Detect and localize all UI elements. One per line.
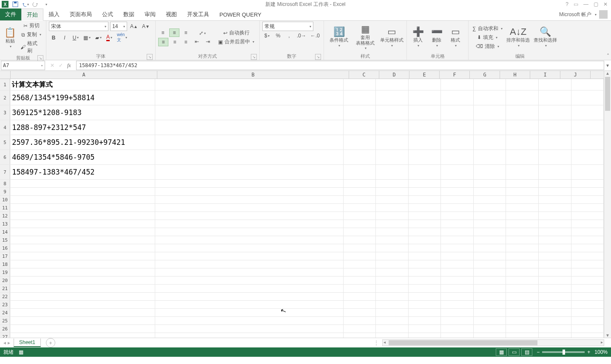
redo-icon[interactable]	[32, 1, 39, 8]
cell[interactable]	[506, 333, 539, 338]
sheet-nav-next-icon[interactable]: ▸	[8, 340, 10, 346]
page-layout-view-button[interactable]: ▭	[509, 348, 520, 356]
cell[interactable]	[571, 260, 604, 268]
cell[interactable]	[441, 277, 474, 284]
cell[interactable]	[10, 268, 155, 276]
sort-filter-button[interactable]: A↓Z排序和筛选▾	[506, 27, 531, 47]
column-header[interactable]: C	[349, 71, 379, 79]
cell[interactable]	[155, 293, 344, 300]
cell[interactable]	[441, 236, 474, 244]
cell[interactable]	[571, 220, 604, 228]
cell[interactable]	[10, 188, 155, 195]
undo-icon[interactable]: ▾	[22, 1, 29, 8]
cell[interactable]	[571, 228, 604, 236]
cell[interactable]	[441, 252, 474, 260]
insert-cells-button[interactable]: ➕插入▾	[409, 27, 426, 47]
row-header[interactable]: 7	[0, 165, 10, 179]
decrease-decimal-button[interactable]: ←.0	[309, 32, 321, 40]
cell[interactable]	[474, 252, 506, 260]
cell[interactable]	[10, 180, 155, 187]
cell[interactable]	[506, 301, 539, 308]
enter-formula-icon[interactable]: ✓	[59, 62, 63, 68]
column-header[interactable]: G	[470, 71, 500, 79]
cell[interactable]	[376, 252, 409, 260]
cell[interactable]	[506, 252, 539, 260]
row-header[interactable]: 17	[0, 252, 10, 260]
row-header[interactable]: 23	[0, 301, 10, 308]
cell[interactable]	[539, 220, 571, 228]
cell[interactable]	[474, 293, 506, 300]
cell[interactable]	[376, 309, 409, 316]
cancel-formula-icon[interactable]: ✕	[50, 62, 54, 68]
phonetic-button[interactable]: wén文▾	[116, 32, 128, 43]
cell[interactable]	[441, 212, 474, 220]
cell[interactable]	[344, 309, 376, 316]
sheet-nav-prev-icon[interactable]: ◂	[3, 340, 6, 346]
cell[interactable]	[10, 260, 155, 268]
cell[interactable]	[474, 228, 506, 236]
cell[interactable]	[10, 212, 155, 220]
row-header[interactable]: 18	[0, 260, 10, 268]
cell[interactable]	[376, 277, 409, 284]
cell[interactable]	[155, 165, 344, 179]
cell[interactable]	[571, 204, 604, 212]
avatar[interactable]	[599, 10, 608, 19]
cell[interactable]	[506, 135, 539, 150]
zoom-knob[interactable]	[563, 350, 565, 355]
cell[interactable]	[571, 188, 604, 195]
cell[interactable]	[409, 204, 441, 212]
cell[interactable]	[571, 165, 604, 179]
align-center-button[interactable]: ≡	[170, 38, 179, 46]
scroll-up-icon[interactable]: ▲	[604, 71, 611, 76]
cell[interactable]	[539, 204, 571, 212]
cell[interactable]	[506, 309, 539, 316]
cell[interactable]	[441, 150, 474, 164]
cell[interactable]	[474, 135, 506, 150]
horizontal-scrollbar[interactable]: ◂ ▸	[382, 339, 604, 346]
scroll-thumb[interactable]	[605, 77, 610, 111]
cell[interactable]	[376, 285, 409, 292]
cell[interactable]	[10, 309, 155, 316]
font-color-button[interactable]: A▾	[105, 34, 114, 42]
cell[interactable]	[155, 135, 344, 150]
cell[interactable]	[344, 188, 376, 195]
tab-file[interactable]: 文件	[0, 8, 21, 20]
tab-power-query[interactable]: POWER QUERY	[214, 8, 267, 20]
cell[interactable]	[155, 236, 344, 244]
cell[interactable]	[344, 135, 376, 150]
number-format-select[interactable]: 常规▾	[262, 22, 313, 31]
ribbon-display-icon[interactable]: ▭	[574, 1, 578, 7]
vertical-scrollbar[interactable]: ▲ ▼	[604, 71, 611, 338]
cell[interactable]	[571, 309, 604, 316]
cell[interactable]	[344, 165, 376, 179]
expand-formula-bar-icon[interactable]: ▾	[604, 62, 611, 68]
cell[interactable]	[376, 204, 409, 212]
cell[interactable]	[539, 150, 571, 164]
cell[interactable]	[10, 301, 155, 308]
cell[interactable]	[409, 180, 441, 187]
cell[interactable]	[344, 236, 376, 244]
column-header[interactable]: E	[409, 71, 440, 79]
find-select-button[interactable]: 🔍查找和选择▾	[533, 27, 558, 47]
cell[interactable]	[474, 260, 506, 268]
cell[interactable]	[539, 293, 571, 300]
cell[interactable]	[571, 180, 604, 187]
cell[interactable]	[409, 105, 441, 120]
cell[interactable]	[409, 236, 441, 244]
cell[interactable]	[474, 165, 506, 179]
merge-center-button[interactable]: ▣合并后居中▾	[217, 38, 256, 46]
formula-input[interactable]: 158497-1383*467/452	[76, 61, 604, 70]
cell[interactable]	[441, 325, 474, 333]
tab-insert[interactable]: 插入	[43, 8, 65, 20]
cell[interactable]	[506, 196, 539, 203]
cell[interactable]	[474, 204, 506, 212]
cell[interactable]	[409, 252, 441, 260]
cell[interactable]	[409, 285, 441, 292]
cell[interactable]	[441, 79, 474, 90]
close-icon[interactable]: ✕	[603, 1, 608, 7]
cell[interactable]	[571, 236, 604, 244]
cell[interactable]	[571, 135, 604, 150]
cell[interactable]	[441, 268, 474, 276]
row-header[interactable]: 16	[0, 244, 10, 252]
name-box[interactable]: A7▾	[1, 61, 45, 70]
